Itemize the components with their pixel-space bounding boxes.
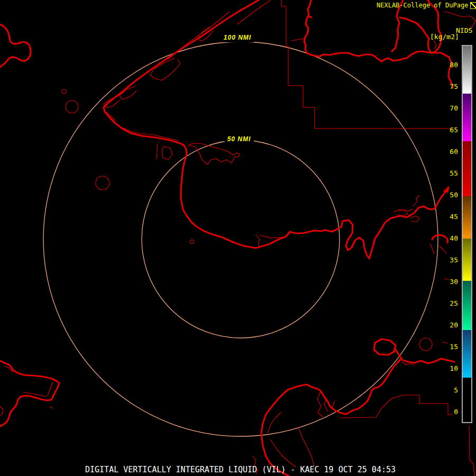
- colorbar-tick-label: 10: [442, 364, 458, 373]
- coastline-northwest-peninsula: [0, 24, 31, 67]
- right-edge-dashes: [443, 279, 449, 343]
- radar-product-page: NEXLAB-College of DuPage NIDS [kg/m2] 10…: [0, 0, 476, 476]
- colorbar-segment-black: [463, 378, 471, 422]
- header: NEXLAB-College of DuPage: [377, 2, 476, 9]
- colorbar-tick-label: 0: [442, 408, 458, 416]
- lagoon-line-north: [122, 127, 179, 141]
- range-ring-inner-label: 50 NMI: [225, 134, 254, 144]
- colorbar-tick-label: 45: [442, 213, 458, 221]
- product-title: DIGITAL VERTICALLY INTEGRATED LIQUID (VI…: [85, 465, 396, 474]
- colorbar-segment-navy-cyan: [463, 330, 471, 378]
- colorbar-segment-brown-orange: [463, 196, 471, 239]
- colorbar-segment-teal-green: [463, 281, 471, 330]
- colorbar-tick-label: 50: [442, 191, 458, 199]
- coastline-northeast: [304, 0, 453, 88]
- bay-channels-south: [268, 391, 335, 467]
- colorbar-tick-label: 20: [442, 321, 458, 329]
- colorbar-tick-label: 65: [442, 126, 458, 134]
- range-ring-outer-label: 100 NMI: [221, 33, 254, 42]
- bay-inlets-center: [157, 144, 290, 247]
- colorbar-segment-olive-yellow: [463, 239, 471, 281]
- northeast-thin-details: [291, 12, 475, 49]
- islet-circle-4: [419, 338, 432, 351]
- east-coast-thin-details: [394, 196, 446, 365]
- site-title: NEXLAB-College of DuPage: [377, 2, 468, 9]
- cod-logo-icon: [470, 2, 476, 9]
- colorbar-tick-label: 70: [442, 104, 458, 113]
- islet-circle-1: [62, 89, 66, 94]
- islet-circle-2: [66, 100, 78, 113]
- barrier-islands-north: [104, 0, 271, 121]
- colorbar-segment-gray-white: [463, 46, 471, 94]
- colorbar-segment-darkred-red: [463, 141, 471, 196]
- colorbar-tick-label: 80: [442, 61, 458, 69]
- coastline-southeast: [403, 359, 454, 363]
- colorbar-tick-label: 40: [442, 234, 458, 243]
- colorbar-tick-label: 15: [442, 343, 458, 351]
- colorbar-tick-label: 55: [442, 169, 458, 178]
- colorbar-gradient: [462, 45, 472, 423]
- colorbar-units: [kg/m2]: [430, 33, 459, 41]
- radar-map: [0, 0, 476, 476]
- colorbar-tick-label: 30: [442, 278, 458, 286]
- colorbar-tick-label: 25: [442, 299, 458, 308]
- islet-circle-5: [190, 240, 194, 244]
- marsh-outline-center: [188, 143, 240, 164]
- colorbar-tick-label: 35: [442, 256, 458, 264]
- island-southeast: [374, 339, 402, 359]
- colorbar-tick-label: 60: [442, 148, 458, 156]
- islet-circle-3: [96, 176, 109, 190]
- southwest-thin-details: [0, 366, 258, 474]
- coastline-south-bay: [261, 360, 400, 476]
- colorbar-tick-label: 75: [442, 83, 458, 91]
- range-ring-outer: [43, 42, 438, 436]
- colorbar-tick-label: 5: [442, 386, 458, 395]
- range-ring-inner: [142, 140, 340, 338]
- colorbar-segment-purple-magenta: [463, 94, 471, 141]
